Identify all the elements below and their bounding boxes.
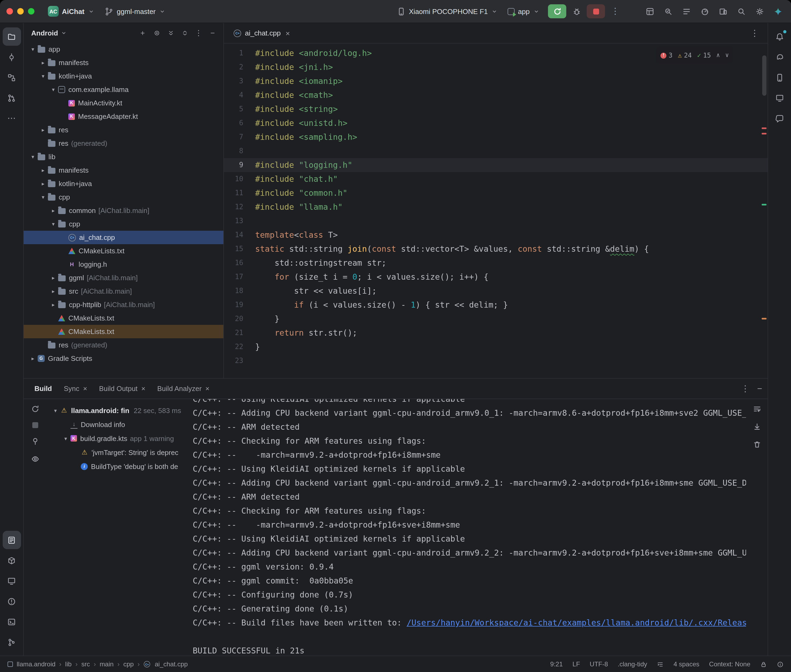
previous-issue-icon[interactable]: ∧ [716, 48, 720, 62]
search-everywhere-button[interactable] [733, 4, 749, 19]
gemini-chat-button[interactable] [770, 109, 789, 128]
build-output-link[interactable]: /Users/hanyin/Workspace/ai-chat/examples… [407, 618, 746, 628]
close-tab-icon[interactable]: × [83, 384, 87, 393]
chevron-right-icon[interactable]: ▸ [48, 288, 58, 294]
soft-wrap-icon[interactable] [752, 405, 761, 414]
project-tree-item[interactable]: KMainActivity.kt [24, 96, 223, 110]
build-tree-item[interactable]: ↓Download info [46, 418, 193, 431]
project-view-selector[interactable]: Android [31, 29, 58, 37]
change-stripe-mark[interactable] [762, 204, 767, 205]
tab-build[interactable]: Build [29, 382, 57, 395]
code-line[interactable]: 13 [224, 214, 768, 228]
minimize-window-button[interactable] [17, 8, 24, 14]
run-configuration-selector[interactable]: app [504, 5, 544, 18]
project-tree-item[interactable]: CMakeLists.txt [24, 244, 223, 258]
problems-tool-button[interactable] [2, 592, 21, 610]
context-setting[interactable]: Context: None [709, 661, 750, 668]
code-line[interactable]: 5#include <string> [224, 102, 768, 116]
code-line[interactable]: 10#include "chat.h" [224, 172, 768, 186]
device-manager-button[interactable] [770, 68, 789, 86]
build-tree-item[interactable]: ⚠'jvmTarget': String' is deprec [46, 445, 193, 459]
hide-build-panel-icon[interactable]: − [757, 384, 762, 394]
maximize-window-button[interactable] [28, 8, 34, 14]
chevron-right-icon[interactable]: ▸ [38, 127, 48, 133]
project-tree-item[interactable]: ▾cpp [24, 190, 223, 204]
project-tree-item[interactable]: ▸common[AiChat.lib.main] [24, 204, 223, 217]
close-tab-icon[interactable]: × [141, 384, 145, 393]
code-inspection-button[interactable] [660, 4, 676, 19]
code-line[interactable]: 16 std::ostringstream str; [224, 256, 768, 270]
project-tree-item[interactable]: res(generated) [24, 338, 223, 352]
panel-options-button[interactable]: ⋮ [192, 26, 205, 39]
editor-tab[interactable]: C+ ai_chat.cpp × [228, 23, 295, 43]
breadcrumb-item[interactable]: main [99, 661, 114, 668]
chevron-down-icon[interactable]: ▾ [28, 154, 38, 160]
tab-sync[interactable]: Sync× [58, 382, 93, 395]
warning-stripe-mark[interactable] [762, 318, 767, 320]
code-line[interactable]: 22} [224, 340, 768, 354]
project-tree-item[interactable]: ▾kotlin+java [24, 69, 223, 83]
pull-requests-tool-button[interactable] [2, 89, 21, 107]
hide-panel-button[interactable]: − [206, 26, 219, 39]
expand-all-button[interactable] [164, 26, 177, 39]
error-stripe-mark[interactable] [762, 128, 767, 129]
project-tree-item[interactable]: ▸kotlin+java [24, 177, 223, 190]
project-tree-item[interactable]: Hlogging.h [24, 258, 223, 271]
collapse-all-button[interactable] [178, 26, 191, 39]
line-ending[interactable]: LF [573, 661, 580, 668]
caret-position[interactable]: 9:21 [550, 661, 563, 668]
clang-tidy[interactable]: .clang-tidy [618, 661, 647, 668]
build-console[interactable]: C/C++: -- Using KleidiAI optimized kerne… [193, 399, 746, 656]
project-tree-item[interactable]: ▸ggml[AiChat.lib.main] [24, 271, 223, 285]
file-encoding[interactable]: UTF-8 [590, 661, 608, 668]
code-line[interactable]: 15static std::string join(const std::vec… [224, 242, 768, 256]
code-line[interactable]: 18 str << values[i]; [224, 284, 768, 298]
chevron-right-icon[interactable]: ▸ [38, 181, 48, 187]
tab-build-analyzer[interactable]: Build Analyzer× [152, 382, 215, 395]
project-tree-item[interactable]: ▾app [24, 43, 223, 56]
layout-inspector-button[interactable] [642, 4, 658, 19]
project-tree-item[interactable]: ▸res [24, 123, 223, 137]
inspections-status-icon[interactable] [777, 661, 784, 668]
stop-button[interactable] [587, 4, 605, 18]
notifications-button[interactable] [770, 27, 789, 46]
terminal-tool-button[interactable] [2, 613, 21, 631]
gradle-button[interactable] [770, 48, 789, 66]
breadcrumb-item[interactable]: src [81, 661, 90, 668]
project-tree-item[interactable]: KMessageAdapter.kt [24, 110, 223, 123]
editor-scrollbar[interactable] [762, 55, 767, 96]
device-mirroring-button[interactable] [715, 4, 731, 19]
code-line[interactable]: 9#include "logging.h" [224, 158, 768, 172]
project-tree-item[interactable]: CMakeLists.txt [24, 325, 223, 338]
project-tree-item[interactable]: ▸manifests [24, 163, 223, 177]
chevron-down-icon[interactable]: ▾ [48, 221, 58, 227]
build-tree-item[interactable]: ▾⚠llama.android: fin22 sec, 583 ms [46, 403, 193, 418]
build-options-icon[interactable]: ⋮ [741, 384, 749, 393]
error-stripe-mark[interactable] [762, 133, 767, 134]
code-line[interactable]: 20 } [224, 312, 768, 326]
chevron-right-icon[interactable]: ▸ [38, 167, 48, 173]
project-tree-item[interactable]: ▾com.example.llama [24, 83, 223, 96]
device-selector[interactable]: Xiaomi POCOPHONE F1 [393, 5, 502, 18]
logcat-tool-button[interactable] [2, 531, 21, 549]
code-line[interactable]: 4#include <cmath> [224, 88, 768, 102]
rerun-app-button[interactable] [548, 4, 566, 18]
project-tree-item[interactable]: CMakeLists.txt [24, 311, 223, 325]
eye-icon[interactable] [30, 454, 40, 464]
chevron-down-icon[interactable]: ▾ [28, 46, 38, 52]
close-window-button[interactable] [6, 8, 13, 14]
breadcrumb-item[interactable]: llama.android [17, 661, 55, 668]
inspections-widget[interactable]: !3 ⚠24 ✓15 ∧ ∨ [656, 47, 733, 64]
project-tree-item[interactable]: res(generated) [24, 137, 223, 150]
project-tree-item[interactable]: ▸src[AiChat.lib.main] [24, 285, 223, 298]
commit-tool-button[interactable] [2, 48, 21, 66]
build-tool-button[interactable] [2, 551, 21, 570]
project-tool-button[interactable] [2, 27, 21, 46]
version-control-tool-button[interactable] [2, 633, 21, 651]
code-line[interactable]: 19 if (i < values.size() - 1) { str << d… [224, 298, 768, 312]
rerun-build-icon[interactable] [30, 405, 40, 414]
chevron-down-icon[interactable]: ▾ [51, 407, 60, 413]
chevron-right-icon[interactable]: ▸ [28, 355, 38, 362]
code-line[interactable]: 21 return str.str(); [224, 326, 768, 340]
build-tree-item[interactable]: ▾Kbuild.gradle.ktsapp 1 warning [46, 431, 193, 445]
